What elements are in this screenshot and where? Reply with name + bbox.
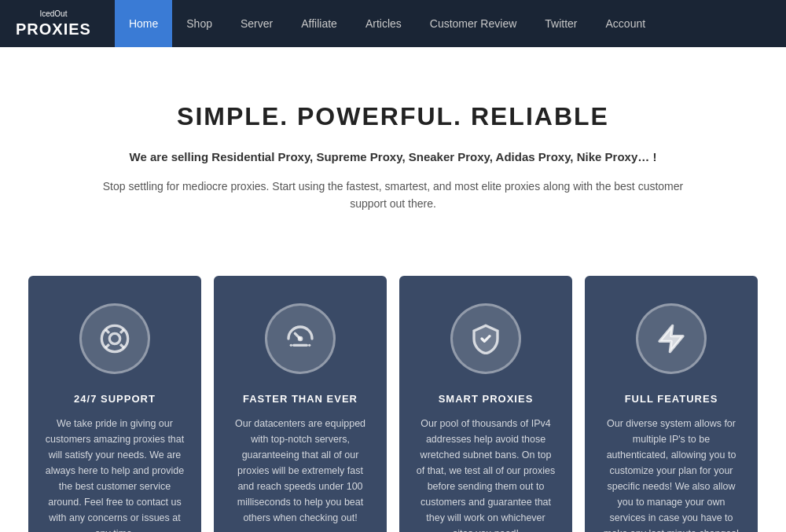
navbar: IcedOut PROXIES HomeShopServerAffiliateA… (0, 0, 786, 47)
feature-icon-bolt (636, 303, 707, 374)
nav-link-server[interactable]: Server (226, 0, 287, 47)
nav-link-affiliate[interactable]: Affiliate (287, 0, 351, 47)
feature-card-0: 24/7 SUPPORTWe take pride in giving our … (28, 276, 201, 532)
svg-point-2 (298, 336, 303, 341)
nav-link-articles[interactable]: Articles (351, 0, 416, 47)
feature-text-2: Our pool of thousands of IPv4 addresses … (415, 416, 556, 532)
hero-section: SIMPLE. POWERFUL. RELIABLE We are sellin… (0, 47, 786, 244)
feature-text-0: We take pride in giving our customers am… (44, 416, 185, 532)
feature-title-1: FASTER THAN EVER (230, 393, 371, 405)
feature-icon-shield (450, 303, 521, 374)
svg-point-3 (290, 343, 292, 346)
feature-text-3: Our diverse system allows for multiple I… (601, 416, 742, 532)
svg-point-1 (109, 333, 119, 343)
nav-link-customer-review[interactable]: Customer Review (416, 0, 531, 47)
hero-subtitle: We are selling Residential Proxy, Suprem… (16, 150, 770, 163)
feature-icon-support (79, 303, 150, 374)
feature-card-2: SMART PROXIESOur pool of thousands of IP… (399, 276, 572, 532)
logo-top-text: IcedOut (39, 9, 67, 18)
logo-main-text: PROXIES (16, 20, 91, 39)
feature-title-0: 24/7 SUPPORT (44, 393, 185, 405)
nav-link-twitter[interactable]: Twitter (531, 0, 591, 47)
nav-link-home[interactable]: Home (115, 0, 172, 47)
nav-link-shop[interactable]: Shop (172, 0, 226, 47)
site-logo: IcedOut PROXIES (16, 9, 91, 38)
hero-heading: SIMPLE. POWERFUL. RELIABLE (16, 102, 770, 131)
feature-text-1: Our datacenters are equipped with top-no… (230, 416, 371, 526)
feature-icon-speed (265, 303, 336, 374)
nav-link-account[interactable]: Account (592, 0, 660, 47)
svg-point-4 (308, 343, 310, 346)
feature-card-1: FASTER THAN EVEROur datacenters are equi… (214, 276, 387, 532)
hero-description: Stop settling for mediocre proxies. Star… (98, 178, 688, 213)
features-section: 24/7 SUPPORTWe take pride in giving our … (0, 244, 786, 532)
feature-title-2: SMART PROXIES (415, 393, 556, 405)
feature-card-3: FULL FEATURESOur diverse system allows f… (585, 276, 758, 532)
feature-title-3: FULL FEATURES (601, 393, 742, 405)
nav-links: HomeShopServerAffiliateArticlesCustomer … (115, 0, 659, 47)
